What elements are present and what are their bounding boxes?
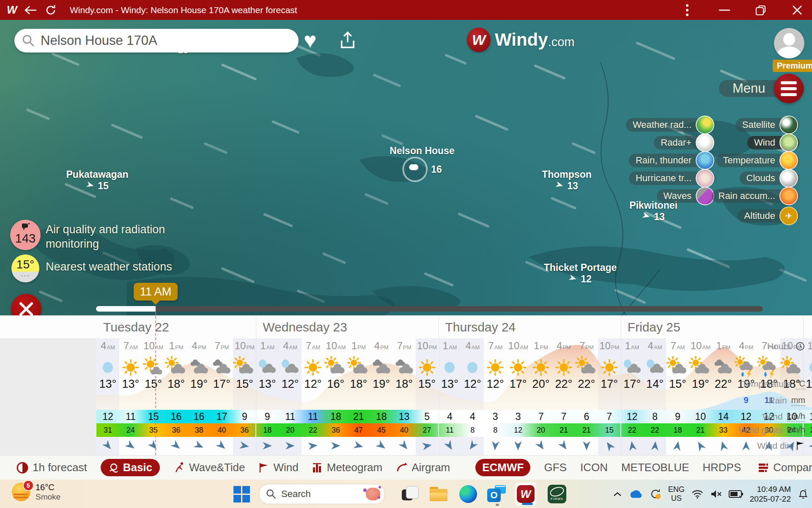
sync-icon[interactable] (650, 488, 661, 500)
search-input[interactable] (40, 33, 278, 49)
layer-button-weather-radar[interactable]: Weather rad... (626, 118, 716, 132)
weather-icon-cloud-sun (233, 356, 256, 378)
temperature-unit[interactable]: °C (796, 379, 805, 389)
layer-button-satellite[interactable]: Satellite (735, 118, 799, 132)
model-tab-hrdps[interactable]: HRDPS (702, 461, 741, 474)
clock-icon[interactable] (795, 341, 805, 351)
tab-wind[interactable]: Wind (258, 461, 298, 474)
gust-value: 36 (233, 423, 256, 437)
wind-value: 8 (644, 410, 667, 423)
tab-airgram[interactable]: Airgram (396, 461, 450, 474)
battery-icon[interactable] (729, 489, 743, 499)
air-quality-button[interactable]: 143 (10, 220, 41, 250)
wind-direction-arrow (188, 437, 211, 454)
nearest-station-button[interactable]: 15° --- (11, 254, 39, 282)
wind-value: 3 (507, 410, 529, 423)
notification-bell-icon[interactable]: z (798, 488, 809, 500)
close-window-button[interactable] (787, 0, 807, 20)
hour-label: 10PM (416, 340, 439, 353)
tab-basic[interactable]: Basic (101, 459, 160, 476)
model-tab-ecmwf[interactable]: ECMWF (475, 459, 530, 476)
timeline-elapsed[interactable] (96, 306, 156, 312)
copilot-icon[interactable] (366, 488, 380, 500)
forecast-panel: Tuesday 224AM13°12317AM13°112410AM15°153… (0, 315, 812, 455)
back-button[interactable] (22, 0, 39, 20)
layer-button-hurricane-tracker[interactable]: Hurricane tr... (629, 171, 716, 185)
onedrive-icon[interactable] (628, 489, 643, 499)
temperature-value: 16° (324, 377, 347, 391)
layer-button-altitude[interactable]: Altitude✈ (738, 209, 799, 223)
weather-icon-sun (484, 356, 507, 378)
wifi-icon[interactable] (691, 489, 703, 499)
model-tab-meteoblue[interactable]: METEOBLUE (621, 461, 689, 474)
window-title: Windy.com - Windy: Nelson House 170A wea… (70, 5, 297, 15)
wind-value: 3 (484, 410, 507, 423)
tray-chevron-up-icon[interactable] (613, 491, 622, 497)
volume-muted-icon[interactable] (710, 489, 722, 499)
layer-button-rain-accumulation[interactable]: Rain accum... (712, 189, 800, 203)
taskbar-app-outlook[interactable]: O (486, 483, 508, 505)
gust-value: 8 (461, 423, 484, 437)
favorite-heart-icon[interactable]: ♥ (304, 29, 317, 51)
wind-value: 12 (621, 410, 644, 423)
row-label-rain: Rain mm (716, 395, 812, 406)
wind-value: 16 (188, 410, 211, 423)
tab-1h-forecast[interactable]: 1h forecast (16, 461, 87, 474)
model-tab-gfs[interactable]: GFS (544, 461, 566, 474)
weather-icon-cloud-moon (621, 356, 644, 378)
clock-date-display[interactable]: 10:49 AM2025-07-22 (750, 484, 791, 504)
taskbar-app-task-view[interactable] (399, 483, 420, 505)
taskbar-search[interactable]: Search (259, 484, 385, 504)
tab-wave-tide[interactable]: Wave&Tide (173, 461, 245, 474)
hour-label: 10AM (507, 340, 529, 353)
taskbar-app-nasa-firms[interactable]: FIRMS (546, 483, 568, 505)
wind-value: 21 (347, 410, 370, 423)
wind-direction-arrow (142, 437, 165, 454)
hour-label: 4PM (188, 340, 211, 353)
layer-button-rain-thunder[interactable]: Rain, thunder (629, 154, 716, 167)
layer-button-radar-plus[interactable]: Radar+ (654, 136, 716, 149)
taskbar-app-windy[interactable]: W (515, 483, 536, 505)
map-area[interactable]: 18 ♥ W Windy .com Premium Menu Weather r… (0, 20, 812, 315)
kebab-menu-icon[interactable] (680, 0, 694, 20)
weather-icon-rain-thunder (757, 356, 780, 378)
station-name: Pukatawagan (66, 169, 129, 180)
layer-button-wind[interactable]: Wind (747, 136, 799, 149)
temperature-value: 22° (552, 377, 575, 391)
weather-icon-cloud-sun (324, 356, 347, 378)
layer-button-clouds[interactable]: Clouds (740, 171, 799, 185)
weather-icon-clouds (188, 356, 211, 378)
hamburger-icon[interactable] (774, 74, 804, 103)
share-icon[interactable] (338, 31, 357, 52)
tab-meteogram[interactable]: Meteogram (312, 461, 383, 474)
rain-unit[interactable]: mm (791, 395, 805, 406)
gusts-unit[interactable]: km/h (787, 425, 805, 436)
layer-label: Altitude (744, 210, 775, 221)
row-label-temperature: Temperature °C (716, 377, 812, 391)
wind-dir-label: Wind dir. (757, 441, 792, 451)
taskbar-app-edge[interactable] (458, 483, 479, 505)
timeline-tooltip[interactable]: 11 AM (134, 283, 178, 301)
avatar[interactable] (774, 28, 804, 58)
wind-unit[interactable]: km/h (787, 411, 805, 422)
windsock-icon (258, 462, 269, 473)
taskbar-weather-widget[interactable]: 5 16°C Smoke (12, 482, 60, 502)
layer-button-waves[interactable]: Waves (657, 189, 716, 203)
windy-logo[interactable]: W Windy .com (467, 28, 574, 52)
minimize-button[interactable] (715, 0, 734, 20)
station-marker-icon (409, 164, 418, 170)
model-tab-icon[interactable]: ICON (580, 461, 608, 474)
refresh-button[interactable] (41, 0, 60, 20)
restore-button[interactable] (751, 0, 771, 20)
taskbar-app-file-explorer[interactable] (428, 483, 449, 505)
start-button[interactable] (233, 486, 250, 502)
gust-value: 21 (552, 423, 575, 437)
layer-button-temperature[interactable]: Temperature (716, 154, 799, 167)
wind-direction-arrow (211, 437, 233, 454)
search-bar[interactable] (14, 29, 299, 52)
timeline-scrubber[interactable] (156, 306, 763, 312)
compare-tab[interactable]: Compare (758, 461, 812, 474)
wind-value: 4 (461, 410, 484, 423)
language-indicator[interactable]: ENGUS (668, 485, 685, 503)
temperature-value: 14° (644, 377, 667, 391)
